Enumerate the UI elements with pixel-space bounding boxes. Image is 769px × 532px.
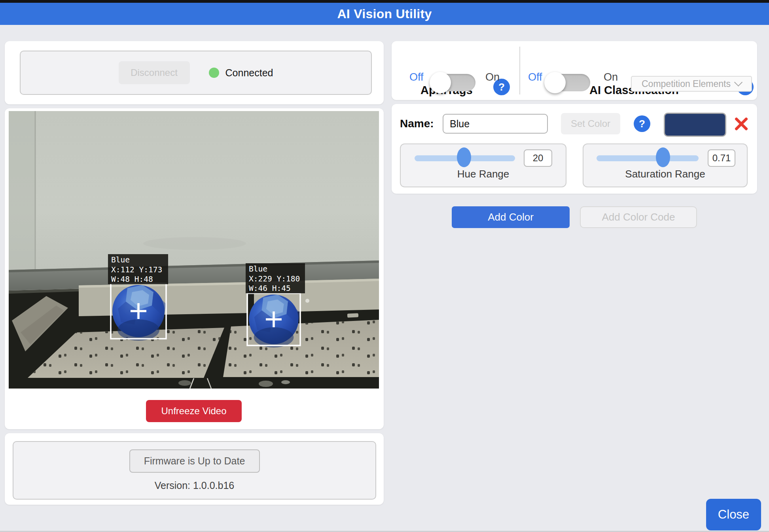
chevron-down-icon	[734, 78, 742, 86]
close-button[interactable]: Close	[706, 499, 761, 530]
apriltags-on-label: On	[485, 71, 500, 83]
connection-status-label: Connected	[225, 67, 273, 79]
window-top-edge	[0, 0, 769, 3]
page-title: AI Vision Utility	[337, 7, 432, 21]
detection-label-1: Blue X:112 Y:173 W:48 H:48	[108, 254, 168, 284]
ai-on-label: On	[604, 71, 618, 83]
unfreeze-video-button[interactable]: Unfreeze Video	[146, 400, 242, 422]
color-name-input[interactable]	[443, 114, 548, 134]
saturation-slider-track[interactable]	[597, 155, 699, 161]
app-header: AI Vision Utility	[0, 3, 769, 25]
remove-color-button[interactable]	[733, 115, 750, 132]
add-color-button[interactable]: Add Color	[452, 206, 570, 228]
firmware-card: Firmware is Up to Date Version: 1.0.0.b1…	[5, 433, 384, 505]
connection-status: Connected	[209, 67, 273, 79]
hue-slider-handle[interactable]	[457, 147, 471, 167]
color-signature-card: Name: Set Color ? 20 Hue Range 0.71 Satu…	[392, 104, 757, 194]
connection-panel: Disconnect Connected	[20, 51, 372, 95]
scene-wall-corner	[9, 111, 35, 278]
connection-card: Disconnect Connected	[5, 41, 384, 104]
apriltags-toggle[interactable]	[431, 74, 475, 91]
saturation-slider-handle[interactable]	[656, 147, 670, 167]
firmware-panel: Firmware is Up to Date Version: 1.0.0.b1…	[13, 441, 376, 500]
video-card: Blue X:112 Y:173 W:48 H:48 Blue X:229 Y:…	[5, 108, 384, 429]
svg-text:X:229 Y:180: X:229 Y:180	[249, 274, 300, 283]
svg-text:Blue: Blue	[249, 264, 267, 274]
svg-text:W:48 H:48: W:48 H:48	[111, 275, 153, 284]
ai-model-select[interactable]: Competition Elements	[631, 76, 752, 92]
scene-wall	[9, 111, 379, 277]
saturation-range-label: Saturation Range	[583, 168, 747, 180]
add-color-code-button[interactable]: Add Color Code	[580, 206, 697, 228]
saturation-value-box[interactable]: 0.71	[708, 149, 735, 167]
color-help-icon[interactable]: ?	[634, 115, 650, 132]
svg-text:Blue: Blue	[111, 255, 130, 264]
apriltags-toggle-knob[interactable]	[430, 72, 451, 93]
svg-text:W:46 H:45: W:46 H:45	[249, 284, 291, 293]
ai-off-label: Off	[528, 71, 542, 83]
set-color-button[interactable]: Set Color	[561, 113, 620, 134]
saturation-range-group: 0.71 Saturation Range	[583, 143, 748, 187]
hue-range-group: 20 Hue Range	[400, 143, 566, 187]
detection-mode-card: AprilTags ? Off On AI Classification ? O…	[392, 41, 757, 100]
hue-value-box[interactable]: 20	[524, 149, 552, 167]
disconnect-button[interactable]: Disconnect	[119, 61, 190, 84]
camera-feed-image: Blue X:112 Y:173 W:48 H:48 Blue X:229 Y:…	[9, 111, 379, 389]
color-swatch	[664, 113, 726, 137]
svg-text:X:112 Y:173: X:112 Y:173	[111, 265, 162, 274]
detection-label-2: Blue X:229 Y:180 W:46 H:45	[246, 263, 305, 293]
apriltags-off-label: Off	[409, 71, 424, 83]
connected-status-dot-icon	[209, 68, 219, 78]
section-divider	[519, 47, 520, 94]
hue-range-label: Hue Range	[401, 168, 566, 180]
firmware-update-button[interactable]: Firmware is Up to Date	[129, 449, 260, 473]
color-name-label: Name:	[400, 117, 434, 130]
ai-model-selected-value: Competition Elements	[642, 79, 731, 89]
firmware-version-label: Version: 1.0.0.b16	[155, 480, 235, 491]
ai-toggle-knob[interactable]	[544, 72, 566, 93]
ai-classification-toggle[interactable]	[546, 74, 590, 91]
